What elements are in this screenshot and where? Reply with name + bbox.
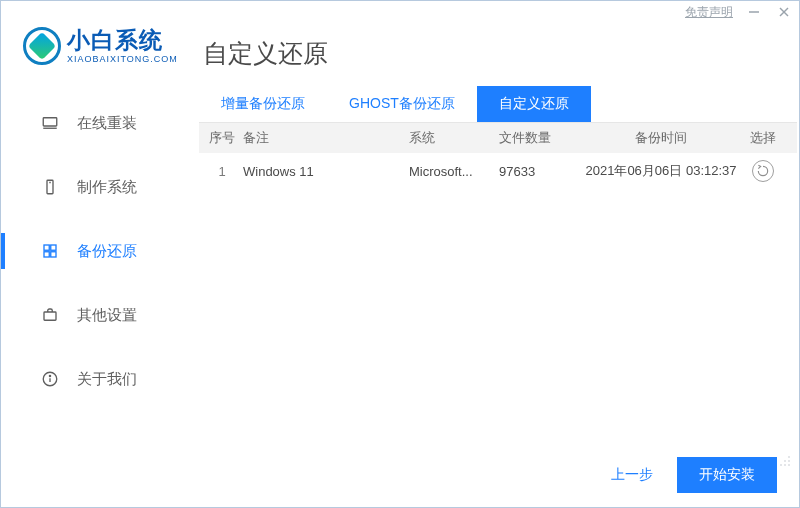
svg-rect-11: [44, 312, 56, 320]
brand: 小白系统 XIAOBAIXITONG.COM: [1, 25, 193, 91]
cell-count: 97633: [499, 164, 579, 179]
close-button[interactable]: [775, 3, 793, 21]
main: 自定义还原 增量备份还原 GHOST备份还原 自定义还原 序号 备注 系统 文件…: [193, 23, 799, 507]
footer: 上一步 开始安装: [611, 457, 777, 493]
cell-note: Windows 11: [239, 164, 409, 179]
brand-subtitle: XIAOBAIXITONG.COM: [67, 55, 178, 64]
nav-label: 在线重装: [77, 114, 137, 133]
col-header-index: 序号: [205, 129, 239, 147]
svg-point-16: [784, 460, 786, 462]
svg-point-14: [49, 375, 50, 376]
svg-point-20: [788, 464, 790, 466]
monitor-icon: [41, 114, 59, 132]
table-header: 序号 备注 系统 文件数量 备份时间 选择: [199, 123, 797, 153]
svg-point-19: [784, 464, 786, 466]
cell-time: 2021年06月06日 03:12:37: [579, 162, 743, 180]
nav-label: 制作系统: [77, 178, 137, 197]
tab-custom-restore[interactable]: 自定义还原: [477, 86, 591, 122]
logo-icon: [23, 27, 61, 65]
svg-rect-9: [44, 252, 49, 257]
svg-point-17: [788, 460, 790, 462]
nav-item-backup-restore[interactable]: 备份还原: [1, 219, 193, 283]
col-header-system: 系统: [409, 129, 499, 147]
svg-point-15: [788, 456, 790, 458]
svg-rect-10: [51, 252, 56, 257]
cell-index: 1: [205, 164, 239, 179]
prev-button[interactable]: 上一步: [611, 466, 653, 484]
svg-point-18: [780, 464, 782, 466]
nav-item-other-settings[interactable]: 其他设置: [1, 283, 193, 347]
restore-row-button[interactable]: [752, 160, 774, 182]
nav-label: 关于我们: [77, 370, 137, 389]
svg-rect-7: [44, 245, 49, 250]
nav: 在线重装 制作系统 备份还原: [1, 91, 193, 411]
nav-item-reinstall[interactable]: 在线重装: [1, 91, 193, 155]
brand-title: 小白系统: [67, 29, 178, 52]
briefcase-icon: [41, 306, 59, 324]
svg-rect-3: [43, 118, 57, 126]
titlebar: 免责声明: [1, 1, 799, 23]
nav-item-make-system[interactable]: 制作系统: [1, 155, 193, 219]
cell-system: Microsoft...: [409, 164, 499, 179]
col-header-select: 选择: [743, 129, 783, 147]
disclaimer-link[interactable]: 免责声明: [685, 4, 733, 21]
col-header-time: 备份时间: [579, 129, 743, 147]
page-title: 自定义还原: [199, 23, 797, 80]
minimize-button[interactable]: [745, 3, 763, 21]
resize-grip-icon: [777, 453, 793, 469]
svg-rect-8: [51, 245, 56, 250]
usb-icon: [41, 178, 59, 196]
table-row[interactable]: 1 Windows 11 Microsoft... 97633 2021年06月…: [199, 153, 797, 189]
grid-icon: [41, 242, 59, 260]
info-icon: [41, 370, 59, 388]
app-window: 免责声明 小白系统 XIAOBAIXITONG.COM 在线重: [0, 0, 800, 508]
nav-item-about[interactable]: 关于我们: [1, 347, 193, 411]
tabs: 增量备份还原 GHOST备份还原 自定义还原: [199, 86, 797, 123]
col-header-note: 备注: [239, 129, 409, 147]
cell-select: [743, 160, 783, 182]
tab-incremental-restore[interactable]: 增量备份还原: [199, 86, 327, 122]
nav-label: 备份还原: [77, 242, 137, 261]
col-header-count: 文件数量: [499, 129, 579, 147]
start-install-button[interactable]: 开始安装: [677, 457, 777, 493]
sidebar: 小白系统 XIAOBAIXITONG.COM 在线重装 制作系统: [1, 23, 193, 507]
nav-label: 其他设置: [77, 306, 137, 325]
tab-ghost-restore[interactable]: GHOST备份还原: [327, 86, 477, 122]
